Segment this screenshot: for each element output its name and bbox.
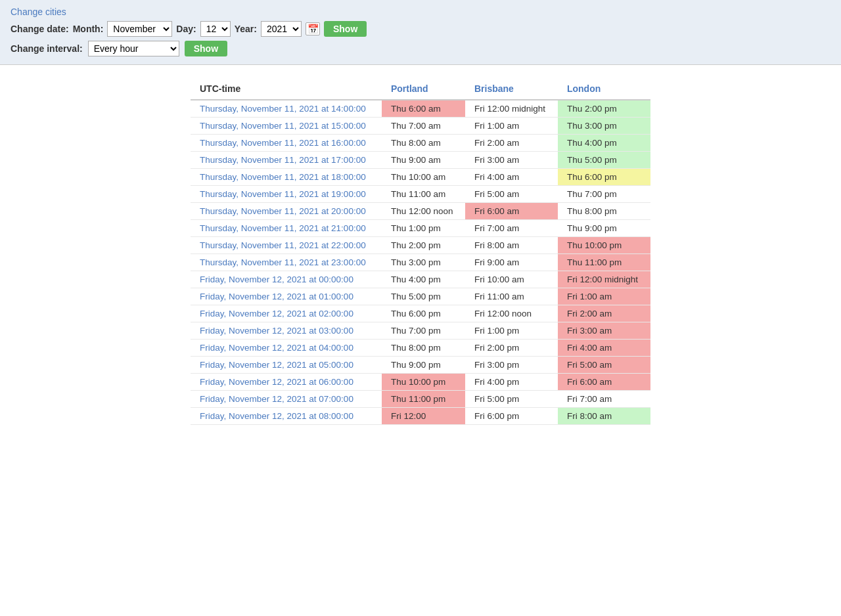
interval-select[interactable]: Every hourEvery 30 minutesEvery 15 minut… [88,41,179,56]
year-select[interactable]: 20192020202120222023 [261,21,302,37]
utc-cell: Friday, November 12, 2021 at 00:00:00 [191,271,382,288]
portland-cell: Thu 11:00 am [382,186,465,203]
utc-cell: Thursday, November 11, 2021 at 17:00:00 [191,152,382,169]
utc-cell: Friday, November 12, 2021 at 06:00:00 [191,374,382,391]
utc-cell: Thursday, November 11, 2021 at 19:00:00 [191,186,382,203]
utc-cell: Thursday, November 11, 2021 at 15:00:00 [191,118,382,135]
brisbane-cell: Fri 6:00 am [465,203,558,220]
brisbane-cell: Fri 11:00 am [465,288,558,305]
london-cell: Thu 7:00 pm [558,186,650,203]
portland-cell: Fri 12:00 [382,408,465,425]
col-brisbane: Brisbane [465,78,558,100]
portland-cell: Thu 11:00 pm [382,391,465,408]
brisbane-cell: Fri 9:00 am [465,254,558,271]
portland-cell: Thu 5:00 pm [382,288,465,305]
brisbane-cell: Fri 3:00 am [465,152,558,169]
brisbane-cell: Fri 2:00 pm [465,340,558,357]
portland-cell: Thu 4:00 pm [382,271,465,288]
london-cell: Fri 7:00 am [558,391,650,408]
brisbane-cell: Fri 6:00 pm [465,408,558,425]
table-row: Friday, November 12, 2021 at 07:00:00Thu… [191,391,650,408]
portland-cell: Thu 2:00 pm [382,237,465,254]
portland-cell: Thu 6:00 pm [382,305,465,322]
table-row: Thursday, November 11, 2021 at 21:00:00T… [191,220,650,237]
table-row: Thursday, November 11, 2021 at 14:00:00T… [191,100,650,118]
month-label: Month: [73,24,104,34]
table-row: Thursday, November 11, 2021 at 18:00:00T… [191,169,650,186]
calendar-icon[interactable] [306,22,320,35]
london-cell: Thu 2:00 pm [558,100,650,118]
portland-cell: Thu 1:00 pm [382,220,465,237]
utc-cell: Thursday, November 11, 2021 at 21:00:00 [191,220,382,237]
utc-cell: Friday, November 12, 2021 at 02:00:00 [191,305,382,322]
table-row: Friday, November 12, 2021 at 02:00:00Thu… [191,305,650,322]
table-row: Friday, November 12, 2021 at 06:00:00Thu… [191,374,650,391]
london-cell: Thu 4:00 pm [558,135,650,152]
show-interval-button[interactable]: Show [185,41,227,56]
table-row: Thursday, November 11, 2021 at 16:00:00T… [191,135,650,152]
table-row: Friday, November 12, 2021 at 05:00:00Thu… [191,357,650,374]
portland-cell: Thu 9:00 am [382,152,465,169]
brisbane-cell: Fri 4:00 am [465,169,558,186]
utc-cell: Thursday, November 11, 2021 at 14:00:00 [191,100,382,118]
london-cell: Fri 6:00 am [558,374,650,391]
day-label: Day: [176,24,196,34]
london-cell: Thu 9:00 pm [558,220,650,237]
london-cell: Fri 12:00 midnight [558,271,650,288]
london-cell: Fri 8:00 am [558,408,650,425]
table-row: Friday, November 12, 2021 at 03:00:00Thu… [191,322,650,340]
portland-cell: Thu 10:00 am [382,169,465,186]
table-row: Thursday, November 11, 2021 at 19:00:00T… [191,186,650,203]
year-label: Year: [235,24,257,34]
col-utc: UTC-time [191,78,382,100]
table-row: Thursday, November 11, 2021 at 17:00:00T… [191,152,650,169]
utc-cell: Friday, November 12, 2021 at 08:00:00 [191,408,382,425]
col-portland: Portland [382,78,465,100]
portland-cell: Thu 9:00 pm [382,357,465,374]
portland-cell: Thu 12:00 noon [382,203,465,220]
portland-cell: Thu 8:00 pm [382,340,465,357]
col-london: London [558,78,650,100]
timezone-table: UTC-time Portland Brisbane London Thursd… [191,78,650,425]
table-row: Thursday, November 11, 2021 at 15:00:00T… [191,118,650,135]
brisbane-cell: Fri 5:00 pm [465,391,558,408]
utc-cell: Thursday, November 11, 2021 at 23:00:00 [191,254,382,271]
portland-cell: Thu 3:00 pm [382,254,465,271]
london-cell: Thu 8:00 pm [558,203,650,220]
utc-cell: Friday, November 12, 2021 at 01:00:00 [191,288,382,305]
portland-cell: Thu 8:00 am [382,135,465,152]
london-cell: Thu 6:00 pm [558,169,650,186]
month-select[interactable]: JanuaryFebruaryMarchAprilMayJuneJulyAugu… [107,21,172,37]
brisbane-cell: Fri 7:00 am [465,220,558,237]
table-row: Thursday, November 11, 2021 at 22:00:00T… [191,237,650,254]
main-content: UTC-time Portland Brisbane London Thursd… [0,65,841,438]
date-row: Change date: Month: JanuaryFebruaryMarch… [11,21,830,37]
interval-row: Change interval: Every hourEvery 30 minu… [11,41,830,56]
table-row: Friday, November 12, 2021 at 01:00:00Thu… [191,288,650,305]
utc-cell: Thursday, November 11, 2021 at 18:00:00 [191,169,382,186]
utc-cell: Thursday, November 11, 2021 at 20:00:00 [191,203,382,220]
brisbane-cell: Fri 1:00 am [465,118,558,135]
utc-cell: Friday, November 12, 2021 at 07:00:00 [191,391,382,408]
table-row: Thursday, November 11, 2021 at 20:00:00T… [191,203,650,220]
portland-cell: Thu 6:00 am [382,100,465,118]
utc-cell: Thursday, November 11, 2021 at 16:00:00 [191,135,382,152]
utc-cell: Friday, November 12, 2021 at 03:00:00 [191,322,382,340]
portland-cell: Thu 7:00 am [382,118,465,135]
london-cell: Thu 3:00 pm [558,118,650,135]
brisbane-cell: Fri 5:00 am [465,186,558,203]
london-cell: Fri 1:00 am [558,288,650,305]
london-cell: Fri 2:00 am [558,305,650,322]
day-select[interactable]: 1234567891011121314151617181920212223242… [200,21,231,37]
show-date-button[interactable]: Show [324,21,367,37]
brisbane-cell: Fri 12:00 midnight [465,100,558,118]
portland-cell: Thu 10:00 pm [382,374,465,391]
table-row: Friday, November 12, 2021 at 08:00:00Fri… [191,408,650,425]
london-cell: Fri 5:00 am [558,357,650,374]
brisbane-cell: Fri 3:00 pm [465,357,558,374]
change-cities-link[interactable]: Change cities [11,7,830,17]
brisbane-cell: Fri 12:00 noon [465,305,558,322]
london-cell: Thu 11:00 pm [558,254,650,271]
london-cell: Thu 10:00 pm [558,237,650,254]
utc-cell: Thursday, November 11, 2021 at 22:00:00 [191,237,382,254]
